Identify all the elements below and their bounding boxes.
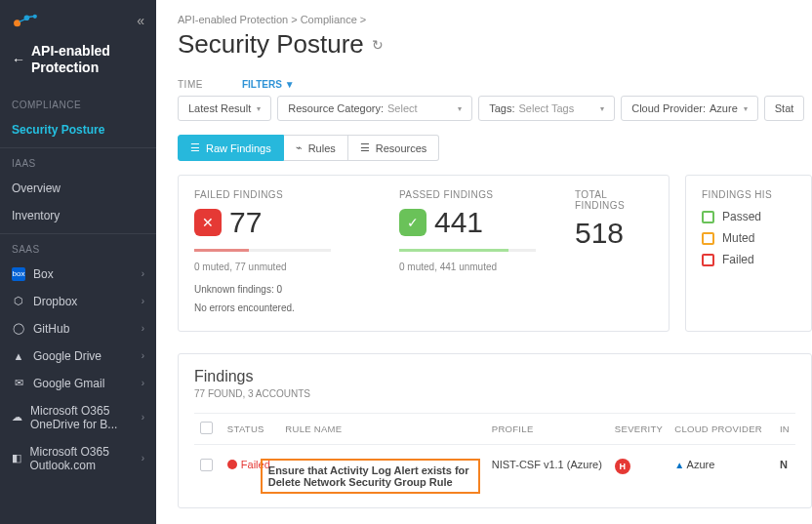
sidebar-item-outlook[interactable]: ◧Microsoft O365 Outlook.com › <box>0 438 156 479</box>
back-arrow-icon: ← <box>12 52 25 67</box>
legend-passed: Passed <box>702 210 795 223</box>
caret-down-icon: ▼ <box>285 79 295 90</box>
passed-bar <box>399 249 536 252</box>
list-icon: ☰ <box>190 141 200 154</box>
chevron-right-icon: › <box>142 323 144 334</box>
legend-title: FINDINGS HIS <box>702 189 795 200</box>
sidebar-group-saas: SAAS <box>0 233 156 261</box>
table-row[interactable]: Failed Ensure that Activity Log Alert ex… <box>194 445 795 508</box>
provider-cell: ▲ Azure <box>669 445 774 508</box>
col-provider[interactable]: CLOUD PROVIDER <box>669 414 774 445</box>
chevron-right-icon: › <box>142 412 144 423</box>
findings-panel: Findings 77 FOUND, 3 ACCOUNTS STATUS RUL… <box>178 353 812 508</box>
failed-findings-label: FAILED FINDINGS <box>194 189 360 200</box>
time-dropdown[interactable]: Latest Result▾ <box>178 96 271 121</box>
tag-icon: ⌁ <box>296 141 303 154</box>
in-cell: N <box>774 445 795 508</box>
row-checkbox[interactable] <box>200 459 213 471</box>
filters-label[interactable]: FILTERS ▼ <box>242 79 295 90</box>
failed-dot-icon <box>227 460 237 469</box>
passed-shield-icon: ✓ <box>399 209 426 236</box>
legend-card: FINDINGS HIS Passed Muted Failed <box>685 175 812 332</box>
failed-sub: 0 muted, 77 unmuted <box>194 262 360 272</box>
failed-bar <box>194 249 331 252</box>
col-status[interactable]: STATUS <box>222 414 280 445</box>
sidebar-item-onedrive[interactable]: ☁Microsoft O365 OneDrive for B... › <box>0 397 156 438</box>
sidebar-back-title: API-enabled Protection <box>31 43 144 76</box>
gdrive-icon: ▲ <box>12 349 25 363</box>
legend-failed: Failed <box>702 253 795 266</box>
caret-down-icon: ▾ <box>744 104 748 113</box>
refresh-icon[interactable]: ↻ <box>372 37 384 53</box>
severity-badge: H <box>615 459 630 474</box>
legend-muted: Muted <box>702 231 795 245</box>
tab-resources[interactable]: ☰ Resources <box>348 135 440 161</box>
sidebar-back[interactable]: ← API-enabled Protection <box>0 37 156 90</box>
sidebar-item-inventory[interactable]: Inventory <box>0 202 156 229</box>
select-all-checkbox[interactable] <box>200 422 213 434</box>
breadcrumb[interactable]: API-enabled Protection > Compliance > <box>178 14 812 25</box>
tab-rules[interactable]: ⌁ Rules <box>284 135 348 161</box>
col-severity[interactable]: SEVERITY <box>609 414 669 445</box>
app-logo <box>12 12 39 29</box>
resource-icon: ☰ <box>360 141 370 154</box>
main-content: API-enabled Protection > Compliance > Se… <box>156 0 812 524</box>
total-findings-label: TOTAL FINDINGS <box>575 189 653 211</box>
total-findings-value: 518 <box>575 217 624 250</box>
github-icon: ◯ <box>12 322 25 336</box>
sidebar-collapse-icon[interactable]: « <box>137 13 144 28</box>
findings-subtitle: 77 FOUND, 3 ACCOUNTS <box>194 388 795 399</box>
profile-cell: NIST-CSF v1.1 (Azure) <box>486 445 609 508</box>
dropbox-icon: ⬡ <box>12 295 25 308</box>
sidebar-item-box[interactable]: boxBox › <box>0 261 156 288</box>
time-label: TIME <box>178 79 203 90</box>
col-profile[interactable]: PROFILE <box>486 414 609 445</box>
outlook-icon: ◧ <box>12 452 22 465</box>
findings-title: Findings <box>194 368 795 385</box>
resource-category-dropdown[interactable]: Resource Category: Select ▾ <box>277 96 472 121</box>
sidebar-item-gdrive[interactable]: ▲Google Drive › <box>0 343 156 370</box>
caret-down-icon: ▾ <box>600 104 604 113</box>
findings-table: STATUS RULE NAME PROFILE SEVERITY CLOUD … <box>194 413 795 507</box>
azure-icon: ▲ <box>674 460 684 470</box>
chevron-right-icon: › <box>142 453 144 464</box>
cloud-provider-dropdown[interactable]: Cloud Provider: Azure ▾ <box>621 96 758 121</box>
sidebar: « ← API-enabled Protection COMPLIANCE Se… <box>0 0 156 524</box>
failed-shield-icon: ✕ <box>194 209 222 236</box>
tags-dropdown[interactable]: Tags: Select Tags ▾ <box>478 96 615 121</box>
chevron-right-icon: › <box>142 296 144 306</box>
passed-findings-value: 441 <box>434 206 483 239</box>
status-dropdown[interactable]: Stat <box>764 96 805 121</box>
sidebar-item-dropbox[interactable]: ⬡Dropbox › <box>0 288 156 315</box>
box-icon: box <box>12 267 25 281</box>
chevron-right-icon: › <box>142 350 144 361</box>
sidebar-item-overview[interactable]: Overview <box>0 175 156 202</box>
view-toggles: ☰ Raw Findings ⌁ Rules ☰ Resources <box>178 135 812 161</box>
unknown-findings: Unknown findings: 0 <box>194 284 360 295</box>
chevron-right-icon: › <box>142 268 144 279</box>
sidebar-group-iaas: IAAS <box>0 147 156 175</box>
sidebar-item-gmail[interactable]: ✉Google Gmail › <box>0 370 156 397</box>
caret-down-icon: ▾ <box>257 104 261 113</box>
svg-point-0 <box>14 20 20 26</box>
chevron-right-icon: › <box>142 378 144 388</box>
failed-findings-value: 77 <box>229 206 262 239</box>
col-in[interactable]: IN <box>774 414 795 445</box>
gmail-icon: ✉ <box>12 377 25 390</box>
tab-raw-findings[interactable]: ☰ Raw Findings <box>178 135 284 161</box>
sidebar-item-github[interactable]: ◯GitHub › <box>0 315 156 343</box>
sidebar-item-security-posture[interactable]: Security Posture <box>0 116 156 143</box>
rule-name: Ensure that Activity Log Alert exists fo… <box>268 464 472 488</box>
caret-down-icon: ▾ <box>458 104 462 113</box>
passed-findings-label: PASSED FINDINGS <box>399 189 536 200</box>
errors-text: No errors encountered. <box>194 302 360 313</box>
stats-card: FAILED FINDINGS ✕ 77 0 muted, 77 unmuted… <box>178 175 670 332</box>
col-rule[interactable]: RULE NAME <box>279 414 485 445</box>
sidebar-group-compliance: COMPLIANCE <box>0 90 156 116</box>
page-title: Security Posture ↻ <box>178 29 812 60</box>
onedrive-icon: ☁ <box>12 411 22 424</box>
passed-sub: 0 muted, 441 unmuted <box>399 262 536 272</box>
